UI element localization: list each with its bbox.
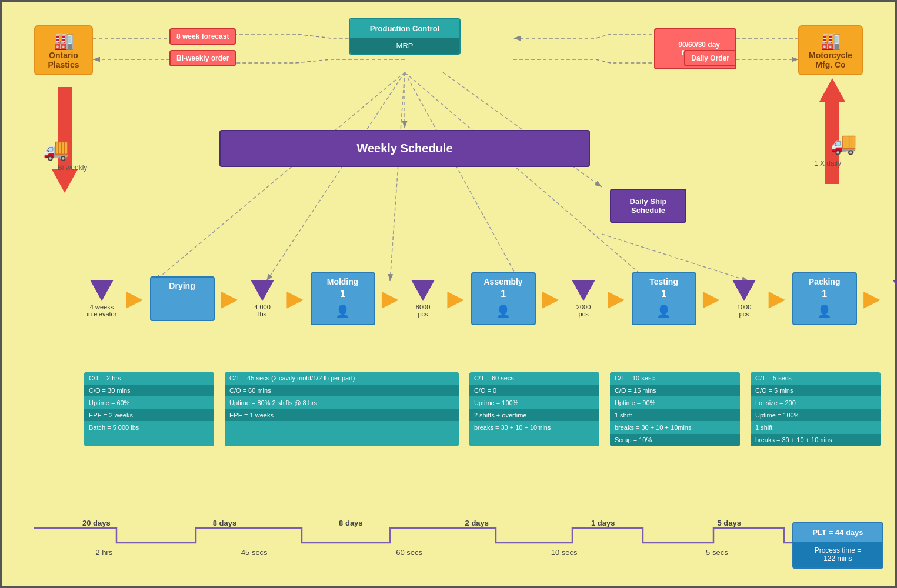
truck-left-icon: 🚚	[43, 137, 69, 162]
inventory-1: 4 000lbs	[245, 280, 280, 318]
forecast-8w-label: 8 week forecast	[169, 28, 236, 45]
timeline-day-3: 2 days	[465, 519, 489, 527]
info-card-testing: C/T = 10 sesc C/O = 15 mins Uptime = 90%…	[610, 372, 740, 446]
inventory-4: 1000pcs	[726, 280, 762, 318]
arrow-3: ►	[375, 285, 406, 313]
arrow-6: ►	[601, 285, 632, 313]
timeline-day-5: 5 days	[717, 519, 741, 527]
inventory-2: 8000pcs	[405, 280, 441, 318]
daily-ship-schedule-box: Daily Ship Schedule	[610, 189, 686, 223]
process-drying: Drying	[150, 276, 215, 321]
daily-order-label: Daily Order	[684, 50, 736, 66]
process-row: 4 weeksin elevator ► Drying ► 4 000lbs ►…	[84, 272, 883, 325]
plt-box: PLT = 44 days Process time =122 mins	[792, 522, 883, 569]
info-cards-row: C/T = 2 hrs C/O = 30 mins Uptime = 60% E…	[84, 372, 881, 446]
truck-right-icon: 🚚	[831, 131, 857, 156]
customer-box: 🏭 Motorcycle Mfg. Co	[798, 25, 863, 75]
prod-control-mrp: MRP	[350, 38, 459, 54]
operator-molding-icon: 👤	[314, 304, 372, 318]
arrow-1: ►	[215, 285, 245, 313]
inventory-3: 2000pcs	[566, 280, 601, 318]
timeline-proc-4: 5 secs	[706, 548, 728, 557]
inventory-5: 5000pcs	[887, 280, 897, 318]
svg-line-5	[405, 72, 519, 281]
arrow-0: ►	[119, 285, 150, 313]
supplier-box: 🏭 Ontario Plastics	[34, 25, 93, 75]
truck-left-label: Bi weekly	[37, 163, 108, 172]
arrow-8: ►	[762, 285, 792, 313]
timeline-proc-0: 2 hrs	[95, 548, 112, 557]
process-testing: Testing 1 👤	[632, 272, 696, 325]
process-molding: Molding 1 👤	[311, 272, 375, 325]
biweekly-order-label: Bi-weekly order	[169, 50, 236, 66]
timeline-proc-1: 45 secs	[241, 548, 268, 557]
process-assembly: Assembly 1 👤	[471, 272, 536, 325]
truck-right-label: 1 X daily	[792, 159, 863, 168]
supplier-label: Ontario Plastics	[42, 51, 85, 69]
arrow-7: ►	[696, 285, 727, 313]
info-card-molding: C/T = 45 secs (2 cavity mold/1/2 lb per …	[225, 372, 459, 446]
operator-packing-icon: 👤	[796, 304, 853, 318]
inventory-0: 4 weeksin elevator	[84, 280, 119, 318]
prod-control-title: Production Control	[350, 19, 459, 38]
timeline-process-row: 2 hrs 45 secs 60 secs 10 secs 5 secs	[31, 548, 792, 557]
timeline-day-0: 20 days	[82, 519, 111, 527]
timeline-proc-2: 60 secs	[396, 548, 422, 557]
plt-bottom: Process time =122 mins	[793, 542, 882, 567]
timeline-proc-3: 10 secs	[551, 548, 578, 557]
info-card-packing: C/T = 5 secs C/O = 5 mins Lot size = 200…	[751, 372, 881, 446]
info-card-assembly: C/T = 60 secs C/O = 0 Uptime = 100% 2 sh…	[469, 372, 599, 446]
arrow-2: ►	[280, 285, 311, 313]
svg-line-6	[405, 72, 649, 281]
plt-top: PLT = 44 days	[793, 523, 882, 542]
customer-label: Motorcycle Mfg. Co	[806, 51, 855, 69]
production-control-box: Production Control MRP	[349, 18, 461, 55]
arrow-9: ►	[857, 285, 888, 313]
svg-line-3	[266, 72, 405, 281]
timeline-day-2: 8 days	[339, 519, 362, 527]
timeline-day-4: 1 days	[591, 519, 615, 527]
timeline-days-row: 20 days 8 days 8 days 2 days 1 days 5 da…	[31, 519, 792, 527]
process-packing: Packing 1 👤	[792, 272, 857, 325]
operator-assembly-icon: 👤	[475, 304, 532, 318]
arrow-4: ►	[441, 285, 471, 313]
operator-testing-icon: 👤	[635, 304, 693, 318]
svg-line-4	[390, 72, 405, 281]
timeline-day-1: 8 days	[213, 519, 236, 527]
weekly-schedule-box: Weekly Schedule	[219, 130, 590, 167]
svg-line-2	[155, 72, 405, 281]
info-card-drying: C/T = 2 hrs C/O = 30 mins Uptime = 60% E…	[84, 372, 214, 446]
arrow-5: ►	[536, 285, 566, 313]
